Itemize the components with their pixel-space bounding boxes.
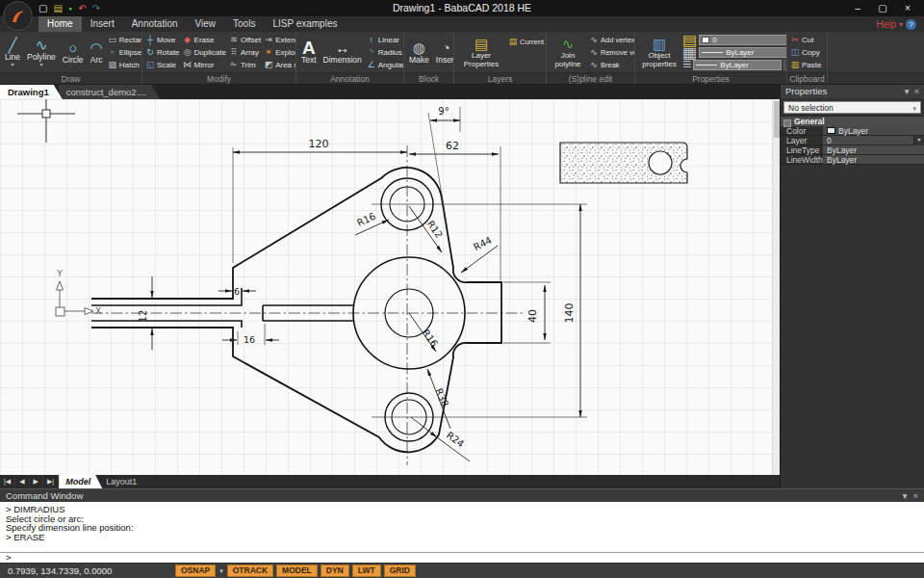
scale-button[interactable]: ◱ Scale (144, 59, 181, 70)
insert-block-button[interactable]: ◔ Insert (433, 33, 454, 71)
drawing-svg[interactable]: X Y (0, 99, 780, 475)
property-row-linetype[interactable]: LineType ByLayer (781, 145, 924, 155)
area-split-button[interactable]: ◩ Area split (263, 59, 296, 70)
ellipse-button[interactable]: ○ Ellipse (107, 46, 142, 58)
toggle-otrack[interactable]: OTRACK (227, 565, 273, 577)
cursor-coordinates: 0.7939, 134.7339, 0.0000 (0, 565, 175, 576)
layer-properties-label: Layer Properties (459, 52, 503, 68)
erase-button[interactable]: ◆ Erase (182, 34, 227, 45)
minimize-button[interactable]: – (845, 0, 870, 16)
polyline-button[interactable]: ∿ Polyline ▾ (24, 33, 59, 71)
rectangle-button[interactable]: ▭ Rectangle (107, 34, 142, 45)
menu-tab-lisp-examples[interactable]: LISP examples (264, 16, 346, 32)
menu-tab-annotation[interactable]: Annotation (123, 16, 187, 32)
drawing-canvas[interactable]: X Y (0, 99, 780, 475)
command-pin-icon[interactable]: ▾ (903, 489, 908, 502)
help-chevron-icon[interactable]: ▾ (899, 20, 903, 29)
layer-properties-button[interactable]: ▤ Layer Properties (456, 33, 506, 71)
toggle-model[interactable]: MODEL (276, 565, 318, 577)
linetype-select[interactable]: ByLayer (699, 47, 787, 58)
pin-icon[interactable]: ▾ (905, 85, 910, 98)
trim-button[interactable]: ✁ Trim (228, 59, 262, 70)
paste-icon: ▥ (790, 60, 800, 69)
make-block-button[interactable]: ◍ Make (406, 33, 432, 71)
copy-button[interactable]: ◫ Copy (789, 46, 822, 58)
dimension-button[interactable]: ↔ Dimension (321, 33, 365, 71)
menu-tab-insert[interactable]: Insert (82, 16, 123, 32)
properties-panel: Properties ▾ × No selection ▾ General Co… (780, 85, 924, 488)
array-button[interactable]: ⠿ Array (228, 46, 262, 58)
doc-tab-drawing1[interactable]: Drawing1 (0, 85, 63, 99)
panel-close-icon[interactable]: × (913, 85, 919, 98)
ribbon-group-block: ◍ Make ◔ Insert Block (404, 32, 454, 84)
property-row-layer[interactable]: Layer 0 ▾ (781, 136, 924, 145)
hatch-button[interactable]: ▨ Hatch (107, 59, 142, 70)
radius-dim-button[interactable]: ◝ Radius (366, 46, 404, 58)
remove-vertex-icon: ∿ (589, 47, 599, 57)
rectangle-label: Rectangle (119, 36, 142, 44)
angular-dim-button[interactable]: ∠ Angular (366, 59, 404, 70)
text-button[interactable]: A Text (298, 33, 320, 71)
line-button[interactable]: ╱ Line ▾ (2, 33, 23, 71)
toggle-lwt[interactable]: LWT (352, 565, 381, 577)
app-logo[interactable] (3, 1, 33, 31)
property-row-color[interactable]: Color ByLayer (781, 126, 924, 136)
selection-dropdown[interactable]: No selection ▾ (783, 101, 921, 114)
move-button[interactable]: ┼ Move (144, 34, 181, 45)
layer-select[interactable]: 0 (699, 35, 787, 45)
linewidth-value: ByLayer (827, 155, 857, 165)
lineweight-select[interactable]: ByLayer (693, 60, 782, 70)
toggle-dyn[interactable]: DYN (321, 565, 349, 577)
dim-6-text: 6 (234, 286, 240, 297)
offset-label: Offset (241, 36, 261, 44)
nav-next-icon[interactable]: ▶ (30, 475, 43, 488)
menu-tab-view[interactable]: View (187, 16, 225, 32)
tab-layout1[interactable]: Layout1 (99, 475, 148, 488)
osnap-chevron-icon[interactable]: ▾ (219, 567, 223, 575)
nav-prev-icon[interactable]: ◀ (15, 475, 29, 488)
linear-dim-button[interactable]: ↕ Linear (366, 34, 404, 45)
about-icon[interactable]: ? (906, 19, 916, 30)
menu-tab-tools[interactable]: Tools (224, 16, 264, 32)
remove-vertex-button[interactable]: ∿ Remove vertex (588, 46, 635, 58)
object-properties-button[interactable]: ▥ Object properties (637, 33, 681, 71)
nav-last-icon[interactable]: ▶| (43, 475, 59, 488)
property-row-linewidth[interactable]: LineWidth ByLayer (781, 155, 924, 165)
break-button[interactable]: ∿ Break (588, 59, 635, 70)
mirror-button[interactable]: ⋈ Mirror (182, 59, 227, 70)
layer-color-swatch (702, 37, 709, 43)
command-history[interactable]: > DIMRADIUS Select circle or arc: Specif… (0, 502, 924, 552)
join-polyline-button[interactable]: ∿ Join polyline (549, 33, 587, 71)
dimensions[interactable] (152, 120, 580, 461)
group-label-spline-edit: (S)pline edit (547, 72, 634, 84)
cut-button[interactable]: ✂ Cut (789, 34, 822, 45)
menu-tab-home[interactable]: Home (38, 16, 82, 32)
command-close-icon[interactable]: × (912, 489, 918, 502)
circle-button[interactable]: ○ Circle (60, 33, 87, 71)
tab-model[interactable]: Model (59, 475, 102, 488)
current-layer-button[interactable]: ▤ Current Layer (507, 36, 547, 47)
extend-button[interactable]: ⇥ Extend (263, 34, 296, 45)
explode-button[interactable]: ✶ Explode (263, 46, 296, 58)
doc-tab-construct-demo2[interactable]: construct_demo2.... (59, 85, 160, 99)
rotate-button[interactable]: ↻ Rotate (144, 46, 181, 58)
layer-dropdown-icon[interactable]: ▾ (913, 136, 924, 145)
close-button[interactable]: × (895, 0, 920, 16)
current-layer-label: Current Layer (520, 38, 547, 46)
canvas-vertical-scrollbar[interactable] (772, 99, 780, 475)
section-view[interactable] (560, 143, 687, 183)
part-outline[interactable] (91, 168, 501, 452)
offset-button[interactable]: ≋ Offset (228, 34, 262, 45)
add-vertex-button[interactable]: ∿ Add vertex (588, 34, 635, 45)
command-input[interactable]: > (0, 552, 924, 563)
section-general[interactable]: General (781, 116, 924, 126)
help-menu[interactable]: Help (876, 19, 896, 30)
toggle-grid[interactable]: GRID (384, 565, 416, 577)
duplicate-button[interactable]: ◎ Duplicate (182, 46, 227, 58)
paste-button[interactable]: ▥ Paste (789, 59, 822, 70)
maximize-button[interactable]: ▢ (870, 0, 895, 16)
toggle-osnap[interactable]: OSNAP (175, 565, 216, 577)
nav-first-icon[interactable]: |◀ (0, 475, 15, 488)
ellipse-label: Ellipse (119, 48, 142, 57)
arc-button[interactable]: ◠ Arc (88, 33, 106, 71)
